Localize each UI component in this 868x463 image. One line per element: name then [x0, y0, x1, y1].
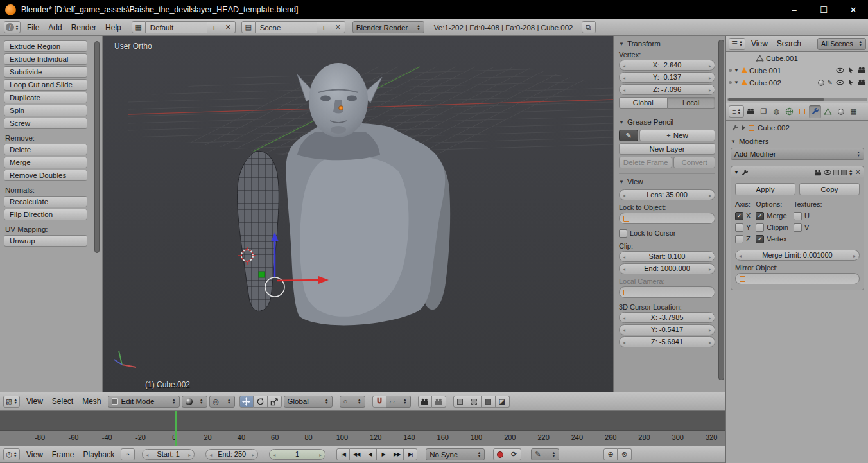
- face-select-mode-button[interactable]: [482, 396, 496, 408]
- playback-button[interactable]: |◀: [336, 448, 350, 460]
- add-scene-button[interactable]: +: [317, 21, 331, 33]
- info-menu-item[interactable]: Render: [67, 23, 101, 32]
- option-toggle-row[interactable]: Clippin: [756, 222, 788, 233]
- snap-magnet-toggle[interactable]: [372, 396, 386, 408]
- current-frame-indicator[interactable]: [175, 411, 177, 446]
- pivot-point-dropdown[interactable]: ◎: [209, 396, 235, 408]
- camera-icon[interactable]: [858, 67, 866, 74]
- coord-space-toggle[interactable]: Local: [668, 97, 716, 109]
- insert-keyframe-button[interactable]: ⊕: [603, 448, 618, 460]
- vertex-coord-field[interactable]: Z: -7.096: [619, 84, 715, 95]
- new-layer-button[interactable]: New Layer: [619, 143, 715, 155]
- pointer-icon[interactable]: [847, 67, 855, 74]
- add-modifier-dropdown[interactable]: Add Modifier: [731, 148, 864, 160]
- delete-scene-button[interactable]: ✕: [331, 21, 345, 33]
- toolshelf-button[interactable]: Remove Doubles: [4, 170, 87, 181]
- clip-end-field[interactable]: End: 1000.000: [619, 263, 715, 274]
- clip-start-field[interactable]: Start: 0.100: [619, 251, 715, 262]
- toolshelf-button[interactable]: Screw: [4, 118, 87, 129]
- copy-modifier-button[interactable]: Copy: [799, 183, 860, 195]
- texture-toggle-row[interactable]: V: [794, 222, 822, 233]
- expand-triangle-icon[interactable]: ▼: [734, 67, 739, 73]
- opengl-render-anim-button[interactable]: [432, 396, 446, 408]
- timeline-menu-item[interactable]: Playback: [78, 450, 119, 459]
- convert-button[interactable]: Convert: [673, 157, 715, 168]
- toolshelf-button[interactable]: Merge: [4, 157, 87, 168]
- modifiers-panel-header[interactable]: ▼ Modifiers: [731, 137, 864, 145]
- x-axis-handle[interactable]: [277, 280, 320, 281]
- pointer-icon[interactable]: [847, 79, 855, 86]
- delete-modifier-icon[interactable]: ✕: [855, 168, 861, 177]
- move-down-icon[interactable]: ▼: [849, 173, 853, 177]
- scene-name-field[interactable]: Scene: [256, 21, 317, 33]
- editor-type-view3d-button[interactable]: ▧: [3, 396, 20, 408]
- editor-type-properties-button[interactable]: ≡: [729, 105, 744, 118]
- current-frame-field[interactable]: 1: [269, 449, 326, 460]
- close-button[interactable]: ✕: [838, 0, 868, 19]
- scene-filter-dropdown[interactable]: All Scenes: [817, 38, 866, 50]
- frame-start-field[interactable]: Start: 1: [142, 449, 195, 460]
- proportional-edit-dropdown[interactable]: ○: [340, 396, 365, 408]
- checkbox[interactable]: [756, 223, 764, 232]
- cage-display-icon[interactable]: [841, 170, 847, 175]
- move-modifier-buttons[interactable]: ▲▼: [849, 169, 853, 177]
- viewport-shading-dropdown[interactable]: [182, 396, 207, 408]
- tab-world[interactable]: [783, 105, 795, 118]
- tab-modifiers[interactable]: [809, 105, 821, 118]
- view3d-menu-item[interactable]: View: [22, 397, 48, 406]
- tab-object[interactable]: [796, 105, 808, 118]
- tab-texture[interactable]: ▦: [847, 105, 860, 118]
- vertex-select-mode-button[interactable]: [453, 396, 467, 408]
- frame-end-field[interactable]: End: 250: [205, 449, 258, 460]
- npanel-scrollbar[interactable]: [718, 39, 724, 387]
- playback-button[interactable]: ◀: [363, 448, 377, 460]
- axis-toggle-row[interactable]: Z: [735, 233, 751, 245]
- y-axis-handle[interactable]: [259, 272, 265, 277]
- cursor-coord-field[interactable]: Y: -0.5417: [619, 324, 715, 335]
- use-preview-range-toggle[interactable]: ◔: [121, 448, 135, 460]
- axis-toggle-row[interactable]: Y: [735, 222, 751, 233]
- playback-button[interactable]: ▶|: [404, 448, 417, 460]
- tab-object-data[interactable]: [822, 105, 834, 118]
- eye-icon[interactable]: [836, 80, 844, 85]
- timeline-ruler[interactable]: -80-60-40-200204060801001201401601802002…: [0, 430, 725, 446]
- screen-layout-browse-button[interactable]: ▦: [132, 21, 146, 33]
- rotate-manipulator-button[interactable]: [254, 396, 268, 408]
- playback-button[interactable]: ▶▶: [390, 448, 404, 460]
- scale-manipulator-button[interactable]: [268, 396, 282, 408]
- translate-manipulator-button[interactable]: [239, 396, 254, 408]
- camera-icon[interactable]: [858, 79, 866, 86]
- keying-flag-button[interactable]: ⟳: [507, 448, 521, 460]
- toolshelf-button[interactable]: Unwrap: [4, 235, 87, 247]
- toolshelf-scrollbar[interactable]: [94, 41, 100, 253]
- outliner-menu-item[interactable]: View: [747, 39, 772, 48]
- toolshelf-button[interactable]: Duplicate: [4, 92, 87, 103]
- playback-button[interactable]: ▶: [377, 448, 390, 460]
- collapse-triangle-icon[interactable]: ▼: [734, 170, 739, 175]
- outliner-menu-item[interactable]: Search: [772, 39, 806, 48]
- modifier-header[interactable]: ▼ ▲▼ ✕: [731, 166, 864, 179]
- cursor-coord-field[interactable]: X: -3.7985: [619, 312, 715, 323]
- toolshelf-button[interactable]: Recalculate: [4, 196, 87, 207]
- vertex-coord-field[interactable]: Y: -0.137: [619, 72, 715, 83]
- cursor-coord-field[interactable]: Z: -5.6941: [619, 336, 715, 347]
- grease-pencil-draw-button[interactable]: ✎: [619, 130, 638, 141]
- scene-browse-button[interactable]: ▤: [241, 21, 256, 33]
- checkbox[interactable]: [794, 223, 802, 232]
- eye-icon[interactable]: [836, 67, 844, 73]
- editmode-display-icon[interactable]: [833, 170, 839, 175]
- info-menu-item[interactable]: Help: [101, 23, 126, 32]
- lock-object-field[interactable]: [619, 213, 715, 224]
- transform-panel-header[interactable]: ▼ Transform: [619, 40, 715, 48]
- auto-keyframe-record-button[interactable]: [493, 448, 507, 460]
- keying-set-dropdown[interactable]: ✎: [531, 448, 559, 460]
- sync-dropdown[interactable]: No Sync: [426, 448, 485, 460]
- checkbox[interactable]: [735, 212, 743, 220]
- tab-material[interactable]: [835, 105, 847, 118]
- apply-modifier-button[interactable]: Apply: [735, 183, 795, 195]
- toolshelf-button[interactable]: Extrude Individual: [4, 53, 87, 65]
- eye-icon[interactable]: [824, 170, 831, 175]
- viewport-3d[interactable]: User Ortho (1) Cube.002 ▼ Transform Vert…: [103, 36, 725, 392]
- editor-type-info-button[interactable]: i: [4, 21, 21, 33]
- local-camera-field[interactable]: [619, 286, 715, 298]
